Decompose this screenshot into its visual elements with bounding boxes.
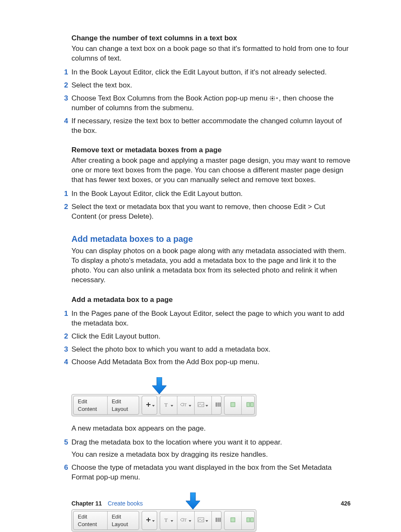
section-intro: You can display photos on a book page al… (71, 246, 351, 285)
chevron-down-icon (171, 405, 173, 407)
book-action-button[interactable] (212, 511, 222, 529)
add-box-button[interactable] (142, 396, 157, 414)
spread-page-button[interactable] (242, 396, 255, 414)
gear-icon (269, 95, 279, 101)
step-text: In the Book Layout Editor, click the Edi… (71, 68, 327, 76)
task3-step: In the Pages pane of the Book Layout Edi… (58, 309, 351, 328)
columns-icon (215, 402, 221, 409)
task2-intro: After creating a book page and applying … (71, 156, 351, 185)
photo-filter-button[interactable] (195, 511, 212, 529)
button-label: Edit Content (78, 513, 103, 528)
svg-rect-29 (218, 518, 219, 522)
edit-layout-button[interactable]: Edit Layout (108, 511, 139, 529)
step-subtext: You can resize a metadata box by draggin… (71, 450, 351, 460)
step-text: In the Pages pane of the Book Layout Edi… (71, 310, 344, 327)
step-text-pre: Choose Text Box Columns from the Book Ac… (71, 94, 269, 102)
svg-rect-33 (251, 518, 253, 522)
plus-icon (146, 517, 151, 524)
edit-layout-button[interactable]: Edit Layout (108, 396, 139, 414)
step-text: Select the text or metadata box that you… (71, 203, 325, 220)
task3-after-fig: A new metadata box appears on the page. (71, 424, 351, 434)
step-text: In the Book Layout Editor, click the Edi… (71, 190, 243, 198)
page-number: 426 (341, 500, 351, 508)
step-text: Choose Add Metadata Box from the Add Box… (71, 358, 259, 366)
task3-steps-b: Drag the metadata box to the location wh… (71, 438, 351, 482)
svg-rect-12 (146, 404, 150, 405)
single-page-button[interactable] (224, 511, 242, 529)
spread-icon (246, 517, 254, 524)
svg-rect-20 (247, 402, 250, 407)
text-icon: T (164, 402, 169, 409)
task1-step: Choose Text Box Columns from the Book Ac… (58, 94, 351, 113)
svg-rect-4 (274, 98, 275, 99)
mode-segment: Edit Content Edit Layout (73, 396, 139, 415)
tag-text-icon: T (180, 402, 187, 409)
chevron-down-icon (206, 520, 208, 522)
svg-text:T: T (164, 402, 168, 407)
svg-point-0 (272, 97, 273, 99)
book-action-button[interactable] (212, 396, 222, 414)
spread-page-button[interactable] (242, 511, 255, 529)
task1-heading: Change the number of text columns in a t… (71, 34, 351, 43)
text-style-button[interactable]: T (160, 511, 177, 529)
chevron-down-icon (206, 405, 208, 407)
metadata-format-button[interactable]: T (177, 396, 195, 414)
svg-rect-5 (270, 96, 272, 98)
svg-rect-19 (231, 402, 235, 407)
svg-rect-1 (272, 95, 273, 96)
svg-rect-21 (251, 402, 253, 407)
text-style-button[interactable]: T (160, 396, 177, 414)
single-page-button[interactable] (224, 396, 242, 414)
chevron-down-icon (189, 520, 191, 522)
task1-steps: In the Book Layout Editor, click the Edi… (71, 68, 351, 136)
svg-rect-3 (270, 98, 271, 99)
edit-content-button[interactable]: Edit Content (74, 511, 108, 529)
chapter-title: Create books (108, 500, 142, 508)
svg-marker-10 (152, 377, 166, 394)
photo-filter-button[interactable] (195, 396, 212, 414)
svg-rect-24 (146, 519, 150, 520)
page-footer: Chapter 11 Create books 426 (71, 500, 351, 508)
task1-step: Select the text box. (58, 81, 351, 90)
step-text: Drag the metadata box to the location wh… (71, 438, 282, 446)
svg-text:T: T (184, 402, 187, 407)
tag-text-icon: T (180, 517, 187, 524)
step-text: Choose the type of metadata you want dis… (71, 463, 332, 481)
svg-rect-2 (272, 100, 273, 101)
style-segment: T T (160, 511, 222, 530)
mode-segment: Edit Content Edit Layout (73, 511, 139, 530)
svg-rect-16 (216, 402, 217, 407)
metadata-format-button[interactable]: T (177, 511, 195, 529)
plus-icon (146, 402, 151, 409)
task2-step: In the Book Layout Editor, click the Edi… (58, 189, 351, 199)
spread-icon (246, 402, 254, 409)
chevron-down-icon (171, 520, 173, 522)
svg-rect-31 (231, 518, 235, 522)
task1-step: In the Book Layout Editor, click the Edi… (58, 68, 351, 77)
svg-text:T: T (164, 517, 168, 522)
step-text: If necessary, resize the text box to bet… (71, 117, 342, 135)
svg-text:T: T (184, 518, 187, 522)
svg-rect-17 (218, 402, 219, 407)
callout-arrow-icon (152, 377, 166, 394)
page-segment (224, 511, 255, 530)
columns-icon (215, 517, 221, 524)
button-label: Edit Content (78, 398, 103, 413)
svg-rect-30 (219, 518, 221, 522)
task3-step: Select the photo box to which you want t… (58, 345, 351, 355)
svg-rect-18 (219, 402, 221, 407)
add-box-button[interactable] (142, 511, 157, 529)
page-icon (230, 402, 236, 409)
svg-rect-8 (274, 99, 275, 101)
chapter-label: Chapter 11 (71, 500, 102, 508)
task3-step: Click the Edit Layout button. (58, 332, 351, 341)
svg-rect-32 (247, 518, 250, 522)
button-label: Edit Layout (112, 513, 135, 528)
image-icon (198, 517, 204, 524)
chevron-down-icon (152, 520, 155, 522)
editor-toolbar: Edit Content Edit Layout T T (71, 394, 256, 416)
task2-heading: Remove text or metadata boxes from a pag… (71, 146, 351, 155)
document-page: Change the number of text columns in a t… (0, 0, 401, 532)
step-text: Select the text box. (71, 81, 132, 89)
edit-content-button[interactable]: Edit Content (74, 396, 108, 414)
